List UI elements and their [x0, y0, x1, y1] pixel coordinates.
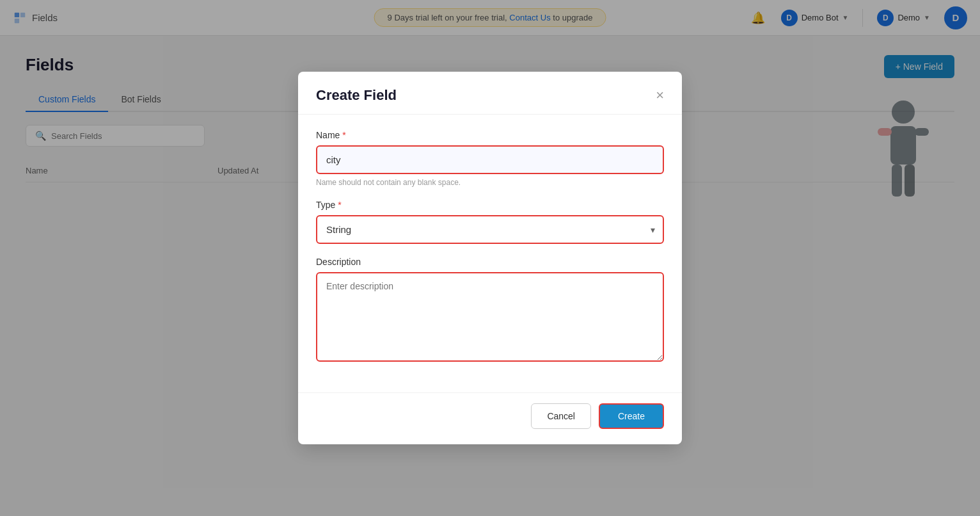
type-select[interactable]: String Number Boolean Date: [316, 215, 664, 244]
type-form-group: Type * String Number Boolean Date ▾: [316, 200, 664, 244]
cancel-button[interactable]: Cancel: [531, 403, 591, 429]
modal-footer: Cancel Create: [298, 392, 682, 444]
description-label: Description: [316, 257, 664, 267]
create-field-modal: Create Field × Name * Name should not co…: [298, 72, 682, 444]
name-label: Name *: [316, 130, 664, 140]
modal-body: Name * Name should not contain any blank…: [298, 115, 682, 392]
modal-header: Create Field ×: [298, 72, 682, 115]
type-select-wrapper: String Number Boolean Date ▾: [316, 215, 664, 244]
name-form-group: Name * Name should not contain any blank…: [316, 130, 664, 187]
description-form-group: Description: [316, 257, 664, 364]
name-input[interactable]: [316, 145, 664, 174]
type-label: Type *: [316, 200, 664, 210]
name-hint: Name should not contain any blank space.: [316, 178, 664, 187]
modal-title: Create Field: [316, 87, 397, 104]
type-required-star: *: [338, 200, 341, 210]
modal-overlay: Create Field × Name * Name should not co…: [0, 0, 980, 516]
description-textarea[interactable]: [316, 272, 664, 362]
modal-close-button[interactable]: ×: [656, 88, 664, 102]
create-button[interactable]: Create: [599, 403, 664, 429]
name-required-star: *: [342, 130, 345, 140]
